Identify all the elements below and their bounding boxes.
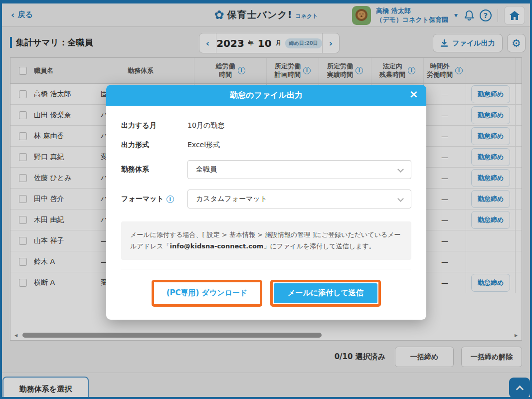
- format-field-label: フォーマット i: [121, 195, 187, 203]
- export-month-label: 出力する月: [121, 121, 187, 130]
- chevron-down-icon: [397, 196, 404, 202]
- worktype-field-label: 勤務体系: [121, 165, 187, 174]
- file-export-modal: 勤怠のファイル出力 × 出力する月 10月の勤怠 出力形式 Excel形式 勤務…: [106, 85, 426, 320]
- modal-header: 勤怠のファイル出力 ×: [106, 85, 426, 106]
- export-format-value: Excel形式: [187, 141, 220, 150]
- format-select[interactable]: カスタムフォーマット: [187, 190, 411, 208]
- modal-title: 勤怠のファイル出力: [230, 90, 303, 101]
- highlight-ring: メールに添付して送信: [270, 280, 381, 307]
- format-selected-value: カスタムフォーマット: [196, 195, 267, 203]
- notice-email: info@kidsna-connect.com: [170, 242, 264, 250]
- pc-download-button[interactable]: (PC専用) ダウンロード: [155, 283, 259, 303]
- send-email-button[interactable]: メールに添付して送信: [274, 283, 377, 303]
- close-icon[interactable]: ×: [409, 89, 418, 100]
- chevron-down-icon: [397, 166, 404, 173]
- export-format-label: 出力形式: [121, 141, 187, 150]
- export-month-value: 10月の勤怠: [187, 121, 224, 130]
- modal-divider: [121, 269, 411, 269]
- email-notice: メールに添付する場合、[ 設定 > 基本情報 > 施設情報の管理 ]にご登録いた…: [121, 221, 411, 260]
- worktype-select[interactable]: 全職員: [187, 160, 411, 179]
- info-icon[interactable]: i: [167, 196, 174, 203]
- highlight-ring: (PC専用) ダウンロード: [152, 280, 262, 307]
- worktype-selected-value: 全職員: [196, 165, 217, 174]
